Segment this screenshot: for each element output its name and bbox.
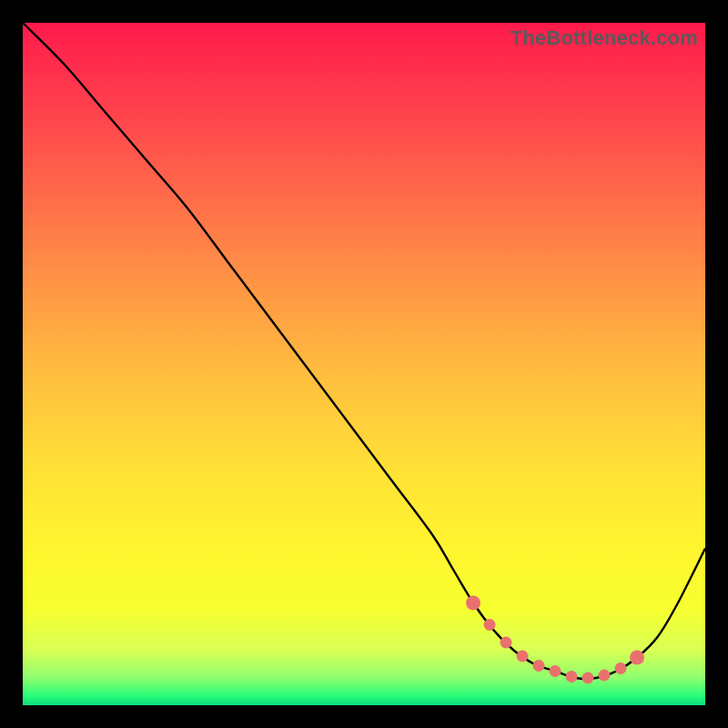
highlight-dot	[484, 619, 496, 631]
highlight-dot	[630, 651, 644, 665]
curve-line	[23, 23, 705, 679]
highlight-dots	[466, 596, 644, 684]
highlight-dot	[533, 660, 545, 672]
highlight-dot	[582, 672, 594, 684]
highlight-dot	[566, 671, 578, 682]
highlight-dot	[615, 662, 627, 674]
highlight-dot	[599, 670, 611, 682]
highlight-dot	[466, 596, 480, 611]
bottleneck-curve	[23, 23, 705, 705]
chart-frame: TheBottleneck.com	[23, 23, 705, 705]
highlight-dot	[517, 651, 529, 662]
highlight-dot	[500, 637, 512, 649]
highlight-dot	[550, 665, 561, 677]
